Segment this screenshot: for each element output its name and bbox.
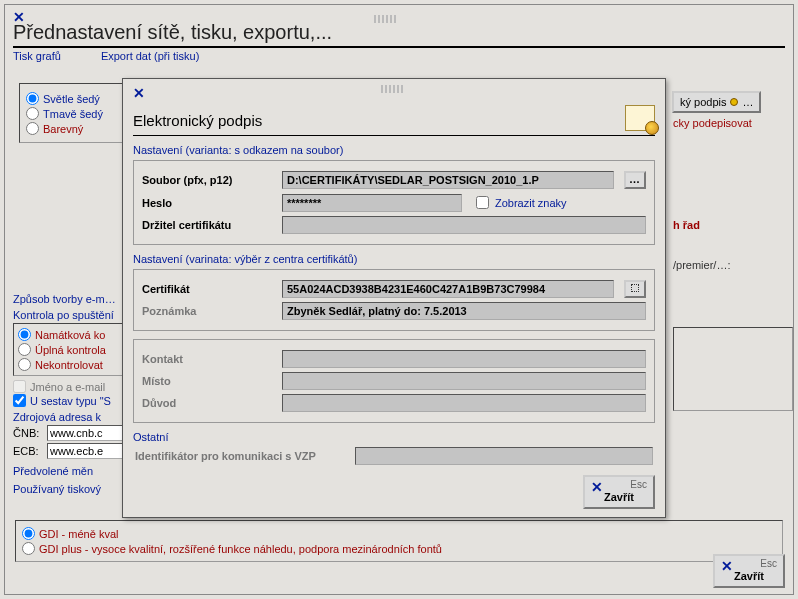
tab-print-graphs[interactable]: Tisk grafů [13,50,61,62]
ecb-input[interactable] [47,443,125,459]
cert-browse-button[interactable] [624,280,646,298]
graph-shade-panel: Světle šedý Tmavě šedý Barevný [19,83,127,143]
check-options-panel: Namátková ko Úplná kontrola Nekontrolova… [13,323,125,376]
show-chars-label: Zobrazit znaky [495,197,567,209]
section1-label: Nastavení (varianta: s odkazem na soubor… [133,144,655,156]
radio-random-check[interactable] [18,328,31,341]
file-browse-button[interactable]: … [624,171,646,189]
esc-label: Esc [760,558,777,569]
reason-field[interactable] [282,394,646,412]
radio-dark-gray-label: Tmavě šedý [43,108,103,120]
series-label: h řad [673,219,700,231]
show-chars-checkbox[interactable] [476,196,489,209]
vzp-label: Identifikátor pro komunikaci s VZP [135,450,345,462]
section3-label: Ostatní [133,431,655,443]
section2-label: Nastavení (varinata: výběr z centra cert… [133,253,655,265]
reason-label: Důvod [142,397,272,409]
radio-random-check-label: Namátková ko [35,329,105,341]
cnb-input[interactable] [47,425,125,441]
file-value: D:\CERTIFIKÁTY\SEDLAR_POSTSIGN_2010_1.P [287,174,539,186]
radio-full-check[interactable] [18,343,31,356]
password-value: ******** [287,197,321,209]
file-label: Soubor (pfx, p12) [142,174,272,186]
certificate-icon [625,105,655,131]
premier-label: /premier/…: [673,259,730,271]
note-label: Poznámka [142,305,272,317]
pref-currency-label[interactable]: Předvolené měn [13,465,125,477]
email-way-label[interactable]: Způsob tvorby e-m… [13,293,125,305]
right-inset-panel [673,327,793,411]
cert-center-box: Certifikát 55A024ACD3938B4231E460C427A1B… [133,269,655,331]
place-label: Místo [142,375,272,387]
dialog-close-label: Zavřít [585,491,653,503]
file-settings-box: Soubor (pfx, p12) D:\CERTIFIKÁTY\SEDLAR_… [133,160,655,245]
dialog-handle-icon [381,85,405,93]
src-address-label: Zdrojová adresa k [13,411,125,423]
gdi-panel: GDI - méně kval GDI plus - vysoce kvalit… [15,520,783,562]
dialog-close-icon[interactable]: ✕ [133,85,145,101]
ellipsis-icon: … [742,96,753,108]
contact-label: Kontakt [142,353,272,365]
cert-label: Certifikát [142,283,272,295]
seal-icon [730,98,738,106]
holder-field [282,216,646,234]
check-name-email [13,380,26,393]
el-sign-button-label: ký podpis [680,96,726,108]
main-close-button[interactable]: ✕ Esc Zavřít [713,554,785,588]
radio-no-check-label: Nekontrolovat [35,359,103,371]
vzp-field[interactable] [355,447,653,465]
toolbar-handle-icon [374,15,398,23]
radio-light-gray-label: Světle šedý [43,93,100,105]
check-sestavy-label: U sestav typu "S [30,395,111,407]
holder-label: Držitel certifikátu [142,219,272,231]
radio-full-check-label: Úplná kontrola [35,344,106,356]
radio-gdi-label: GDI - méně kval [39,528,118,540]
password-field[interactable]: ******** [282,194,462,212]
radio-gdi-plus[interactable] [22,542,35,555]
dialog-esc-label: Esc [630,479,647,490]
main-close-label: Zavřít [715,570,783,582]
dialog-title-underline [133,135,655,136]
place-field[interactable] [282,372,646,390]
radio-gdi[interactable] [22,527,35,540]
signature-dialog: ✕ Elektronický podpis Nastavení (variant… [122,78,666,518]
tab-export-data[interactable]: Export dat (při tisku) [101,50,199,62]
dialog-title: Elektronický podpis [133,112,262,129]
contact-field[interactable] [282,350,646,368]
password-label: Heslo [142,197,272,209]
check-name-email-label: Jméno a e-mail [30,381,105,393]
cnb-label: ČNB: [13,427,43,439]
check-sestavy[interactable] [13,394,26,407]
radio-gdi-plus-label: GDI plus - vysoce kvalitní, rozšířené fu… [39,543,442,555]
cert-field[interactable]: 55A024ACD3938B4231E460C427A1B9B73C79984 [282,280,614,298]
sign-electronically-label: cky podepisovat [673,117,752,129]
meta-box: Kontakt Místo Důvod [133,339,655,423]
page-title: Přednastavení sítě, tisku, exportu,... [13,21,785,44]
radio-color[interactable] [26,122,39,135]
file-field[interactable]: D:\CERTIFIKÁTY\SEDLAR_POSTSIGN_2010_1.P [282,171,614,189]
radio-color-label: Barevný [43,123,83,135]
el-sign-button[interactable]: ký podpis … [672,91,761,113]
note-value: Zbyněk Sedlář, platný do: 7.5.2013 [287,305,467,317]
note-field: Zbyněk Sedlář, platný do: 7.5.2013 [282,302,646,320]
dialog-close-button[interactable]: ✕ Esc Zavřít [583,475,655,509]
cert-value: 55A024ACD3938B4231E460C427A1B9B73C79984 [287,283,545,295]
print-mode-label: Používaný tiskový [13,483,125,495]
check-after-start-label: Kontrola po spuštění [13,309,125,321]
radio-dark-gray[interactable] [26,107,39,120]
radio-light-gray[interactable] [26,92,39,105]
radio-no-check[interactable] [18,358,31,371]
ecb-label: ECB: [13,445,43,457]
